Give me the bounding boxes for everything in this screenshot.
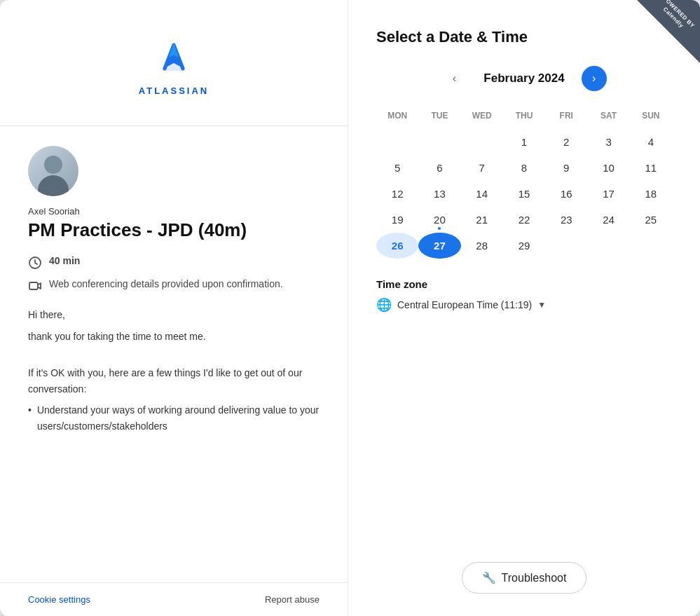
- avatar: [28, 146, 78, 196]
- day-header-sat: SAT: [587, 108, 629, 123]
- cal-cell-24[interactable]: 24: [587, 207, 629, 233]
- cal-cell-9[interactable]: 9: [545, 155, 587, 181]
- cal-cell-19[interactable]: 19: [376, 207, 418, 233]
- atlassian-wordmark: ATLASSIAN: [139, 85, 209, 96]
- description: Hi there, thank you for taking the time …: [28, 307, 320, 434]
- cal-cell-23[interactable]: 23: [545, 207, 587, 233]
- bullet-item-1: Understand your ways of working around d…: [28, 402, 320, 434]
- calendar-body: 1 2 3 4 5 6 7 8 9 10 11 12 13 14 15 16 1…: [376, 129, 672, 259]
- timezone-selector[interactable]: 🌐 Central European Time (11:19) ▼: [376, 297, 672, 313]
- cal-cell-empty: [587, 233, 629, 259]
- left-panel: ATLASSIAN Axel Sooriah PM Practices - JP…: [0, 0, 348, 616]
- cal-cell-7[interactable]: 7: [461, 155, 503, 181]
- cal-cell-13[interactable]: 13: [418, 181, 460, 207]
- cal-cell-21[interactable]: 21: [461, 207, 503, 233]
- logo-section: ATLASSIAN: [0, 0, 348, 126]
- desc-line3: If it's OK with you, here are a few thin…: [28, 365, 320, 397]
- cal-cell-16[interactable]: 16: [545, 181, 587, 207]
- cal-cell-10[interactable]: 10: [587, 155, 629, 181]
- day-header-thu: THU: [503, 108, 545, 123]
- cal-cell-18[interactable]: 18: [630, 181, 672, 207]
- conferencing-meta: Web conferencing details provided upon c…: [28, 278, 320, 293]
- bullet-list: Understand your ways of working around d…: [28, 402, 320, 434]
- dropdown-arrow-icon: ▼: [537, 300, 546, 310]
- wrench-icon: 🔧: [482, 571, 496, 584]
- video-icon: [28, 279, 42, 293]
- day-header-sun: SUN: [630, 108, 672, 123]
- globe-icon: 🌐: [376, 297, 392, 313]
- cal-cell-12[interactable]: 12: [376, 181, 418, 207]
- cal-cell-empty: [376, 129, 418, 155]
- section-title: Select a Date & Time: [376, 28, 672, 46]
- timezone-label: Time zone: [376, 278, 672, 290]
- cal-cell-3[interactable]: 3: [587, 129, 629, 155]
- conferencing-label: Web conferencing details provided upon c…: [49, 278, 283, 289]
- info-section: Axel Sooriah PM Practices - JPD (40m) 40…: [0, 126, 348, 582]
- prev-month-button[interactable]: ‹: [441, 66, 467, 91]
- day-header-wed: WED: [461, 108, 503, 123]
- left-footer: Cookie settings Report abuse: [0, 582, 348, 616]
- calendar-header: MON TUE WED THU FRI SAT SUN: [376, 108, 672, 123]
- svg-rect-1: [29, 282, 38, 289]
- next-month-button[interactable]: ›: [582, 66, 607, 91]
- cal-cell-5[interactable]: 5: [376, 155, 418, 181]
- meeting-title: PM Practices - JPD (40m): [28, 219, 320, 241]
- cal-cell-14[interactable]: 14: [461, 181, 503, 207]
- month-label: February 2024: [483, 71, 564, 85]
- cal-cell-15[interactable]: 15: [503, 181, 545, 207]
- cal-cell-empty: [545, 233, 587, 259]
- cal-cell-1[interactable]: 1: [503, 129, 545, 155]
- cal-cell-22[interactable]: 22: [503, 207, 545, 233]
- main-container: ATLASSIAN Axel Sooriah PM Practices - JP…: [0, 0, 700, 616]
- cal-cell-empty: [630, 233, 672, 259]
- atlassian-logo-svg: [149, 32, 198, 81]
- cal-cell-25[interactable]: 25: [630, 207, 672, 233]
- day-header-mon: MON: [376, 108, 418, 123]
- right-panel: POWERED BYCalendly Select a Date & Time …: [348, 0, 700, 616]
- desc-line2: thank you for taking the time to meet me…: [28, 329, 320, 344]
- cal-cell-empty: [418, 129, 460, 155]
- desc-line1: Hi there,: [28, 307, 320, 322]
- calendar-grid: MON TUE WED THU FRI SAT SUN 1 2 3 4 5 6: [376, 108, 672, 259]
- duration-value: 40 min: [49, 255, 80, 266]
- cal-cell-empty: [461, 129, 503, 155]
- cal-cell-29[interactable]: 29: [503, 233, 545, 259]
- host-name: Axel Sooriah: [28, 206, 320, 217]
- troubleshoot-label: Troubleshoot: [502, 572, 567, 584]
- atlassian-logo: ATLASSIAN: [139, 32, 209, 96]
- report-abuse-link[interactable]: Report abuse: [265, 594, 320, 605]
- day-header-tue: TUE: [418, 108, 460, 123]
- day-header-fri: FRI: [545, 108, 587, 123]
- cal-cell-17[interactable]: 17: [587, 181, 629, 207]
- bullet-text-1: Understand your ways of working around d…: [37, 402, 320, 434]
- right-footer: 🔧 Troubleshoot: [376, 545, 672, 594]
- cal-cell-2[interactable]: 2: [545, 129, 587, 155]
- cal-cell-6[interactable]: 6: [418, 155, 460, 181]
- cookie-settings-link[interactable]: Cookie settings: [28, 594, 90, 605]
- cal-cell-28[interactable]: 28: [461, 233, 503, 259]
- cal-cell-27[interactable]: 27: [418, 233, 460, 259]
- troubleshoot-button[interactable]: 🔧 Troubleshoot: [462, 562, 587, 594]
- timezone-section: Time zone 🌐 Central European Time (11:19…: [376, 278, 672, 313]
- calendar-nav: ‹ February 2024 ›: [376, 66, 672, 91]
- cal-cell-26[interactable]: 26: [376, 233, 418, 259]
- cal-cell-20[interactable]: 20: [418, 207, 460, 233]
- clock-icon: [28, 256, 42, 270]
- duration-meta: 40 min: [28, 255, 320, 270]
- cal-cell-11[interactable]: 11: [630, 155, 672, 181]
- cal-cell-4[interactable]: 4: [630, 129, 672, 155]
- cal-cell-8[interactable]: 8: [503, 155, 545, 181]
- timezone-value: Central European Time (11:19): [397, 299, 532, 310]
